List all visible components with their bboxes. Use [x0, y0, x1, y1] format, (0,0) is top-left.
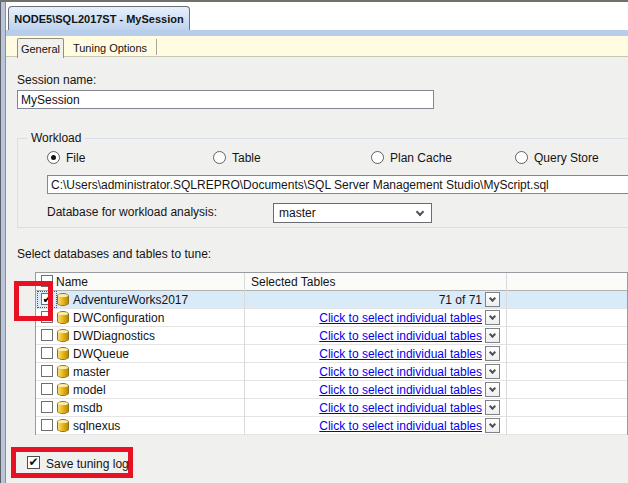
- select-individual-tables-link[interactable]: Click to select individual tables: [319, 383, 482, 397]
- chevron-down-icon: [416, 208, 424, 216]
- radio-table[interactable]: Table: [213, 150, 261, 165]
- row-checkbox[interactable]: [41, 419, 53, 431]
- tables-dropdown-button[interactable]: [485, 346, 500, 361]
- table-row[interactable]: modelClick to select individual tables: [36, 381, 627, 399]
- session-name-input[interactable]: MySession: [17, 90, 434, 109]
- analysis-database-label: Database for workload analysis:: [47, 205, 217, 219]
- chevron-down-icon: [489, 313, 496, 320]
- database-name: model: [73, 383, 106, 397]
- tuning-advisor-session-window: NODE5\SQL2017ST - MySession General Tuni…: [0, 0, 628, 483]
- tables-dropdown-button[interactable]: [485, 310, 500, 325]
- select-individual-tables-link[interactable]: Click to select individual tables: [319, 347, 482, 361]
- row-checkbox[interactable]: [41, 329, 53, 341]
- grid-column-divider: [244, 273, 245, 434]
- table-row[interactable]: ✔AdventureWorks201771 of 71: [36, 291, 627, 309]
- selected-tables-cell: Click to select individual tables: [246, 383, 482, 397]
- database-icon: [57, 383, 69, 396]
- database-name: DWConfiguration: [73, 311, 164, 325]
- analysis-database-value: master: [279, 206, 316, 220]
- chevron-down-icon: [489, 385, 496, 392]
- session-document-tab[interactable]: NODE5\SQL2017ST - MySession: [8, 6, 190, 30]
- database-icon: [57, 365, 69, 378]
- workload-file-path-value: C:\Users\administrator.SQLREPRO\Document…: [51, 178, 549, 192]
- selected-tables-cell: Click to select individual tables: [246, 365, 482, 379]
- database-name: sqlnexus: [73, 419, 120, 433]
- database-icon: [57, 401, 69, 414]
- grid-header-row: Name Selected Tables: [36, 273, 627, 291]
- chevron-down-icon: [489, 331, 496, 338]
- table-row[interactable]: DWDiagnosticsClick to select individual …: [36, 327, 627, 345]
- radio-query-store-label: Query Store: [534, 151, 599, 165]
- column-header-name: Name: [56, 275, 88, 289]
- select-individual-tables-link[interactable]: Click to select individual tables: [319, 329, 482, 343]
- save-tuning-log-label: Save tuning log: [46, 457, 129, 471]
- select-individual-tables-link[interactable]: Click to select individual tables: [319, 365, 482, 379]
- tables-dropdown-button[interactable]: [485, 364, 500, 379]
- database-name: DWDiagnostics: [73, 329, 155, 343]
- tables-dropdown-button[interactable]: [485, 382, 500, 397]
- grid-column-divider: [506, 273, 507, 434]
- radio-query-store-button[interactable]: [515, 151, 528, 164]
- database-icon: [57, 311, 69, 324]
- table-row[interactable]: masterClick to select individual tables: [36, 363, 627, 381]
- tables-dropdown-button[interactable]: [485, 400, 500, 415]
- radio-file-button[interactable]: [47, 151, 60, 164]
- row-checkbox[interactable]: [41, 365, 53, 377]
- save-tuning-log-checkbox[interactable]: ✔: [27, 456, 40, 469]
- selected-tables-cell: 71 of 71: [246, 293, 482, 307]
- database-name: master: [73, 365, 110, 379]
- column-header-selected-tables: Selected Tables: [251, 275, 336, 289]
- radio-table-button[interactable]: [213, 151, 226, 164]
- database-name: AdventureWorks2017: [73, 293, 188, 307]
- select-individual-tables-link[interactable]: Click to select individual tables: [319, 311, 482, 325]
- row-checkbox[interactable]: [41, 401, 53, 413]
- radio-plan-cache-label: Plan Cache: [390, 151, 452, 165]
- database-name: DWQueue: [73, 347, 129, 361]
- annotation-database-checkbox-highlight: [14, 281, 53, 321]
- table-row[interactable]: sqlnexusClick to select individual table…: [36, 417, 627, 435]
- database-name: msdb: [73, 401, 102, 415]
- row-checkbox[interactable]: [41, 347, 53, 359]
- selected-tables-count: 71 of 71: [439, 293, 482, 307]
- session-tab-title: NODE5\SQL2017ST - MySession: [14, 13, 183, 25]
- chevron-down-icon: [489, 403, 496, 410]
- chevron-down-icon: [489, 421, 496, 428]
- window-top-border: [0, 0, 628, 2]
- workload-groupbox-label: Workload: [27, 131, 85, 145]
- table-row[interactable]: DWConfigurationClick to select individua…: [36, 309, 627, 327]
- tab-separator: [156, 39, 157, 55]
- database-icon: [57, 347, 69, 360]
- chevron-down-icon: [489, 349, 496, 356]
- selected-tables-cell: Click to select individual tables: [246, 347, 482, 361]
- select-individual-tables-link[interactable]: Click to select individual tables: [319, 401, 482, 415]
- tables-dropdown-button[interactable]: [485, 292, 500, 307]
- radio-query-store[interactable]: Query Store: [515, 150, 599, 165]
- selected-tables-cell: Click to select individual tables: [246, 311, 482, 325]
- chevron-down-icon: [489, 295, 496, 302]
- database-icon: [57, 293, 69, 306]
- table-row[interactable]: DWQueueClick to select individual tables: [36, 345, 627, 363]
- radio-plan-cache[interactable]: Plan Cache: [371, 150, 452, 165]
- database-icon: [57, 419, 69, 432]
- window-left-border: [0, 0, 6, 483]
- tab-tuning-options-label: Tuning Options: [73, 42, 147, 54]
- radio-plan-cache-button[interactable]: [371, 151, 384, 164]
- table-row[interactable]: msdbClick to select individual tables: [36, 399, 627, 417]
- tab-general[interactable]: General: [17, 38, 64, 58]
- tables-dropdown-button[interactable]: [485, 328, 500, 343]
- select-individual-tables-link[interactable]: Click to select individual tables: [319, 419, 482, 433]
- row-checkbox[interactable]: [41, 383, 53, 395]
- tab-tuning-options[interactable]: Tuning Options: [66, 39, 154, 57]
- tables-dropdown-button[interactable]: [485, 418, 500, 433]
- analysis-database-combo[interactable]: master: [273, 203, 432, 223]
- selected-tables-cell: Click to select individual tables: [246, 329, 482, 343]
- radio-file[interactable]: File: [47, 150, 85, 165]
- session-name-value: MySession: [21, 93, 80, 107]
- tab-general-label: General: [21, 43, 60, 55]
- selected-tables-cell: Click to select individual tables: [246, 419, 482, 433]
- radio-table-label: Table: [232, 151, 261, 165]
- databases-grid: Name Selected Tables ✔AdventureWorks2017…: [35, 272, 628, 435]
- select-databases-label: Select databases and tables to tune:: [17, 247, 211, 261]
- database-icon: [57, 329, 69, 342]
- workload-file-path-input[interactable]: C:\Users\administrator.SQLREPRO\Document…: [47, 175, 628, 194]
